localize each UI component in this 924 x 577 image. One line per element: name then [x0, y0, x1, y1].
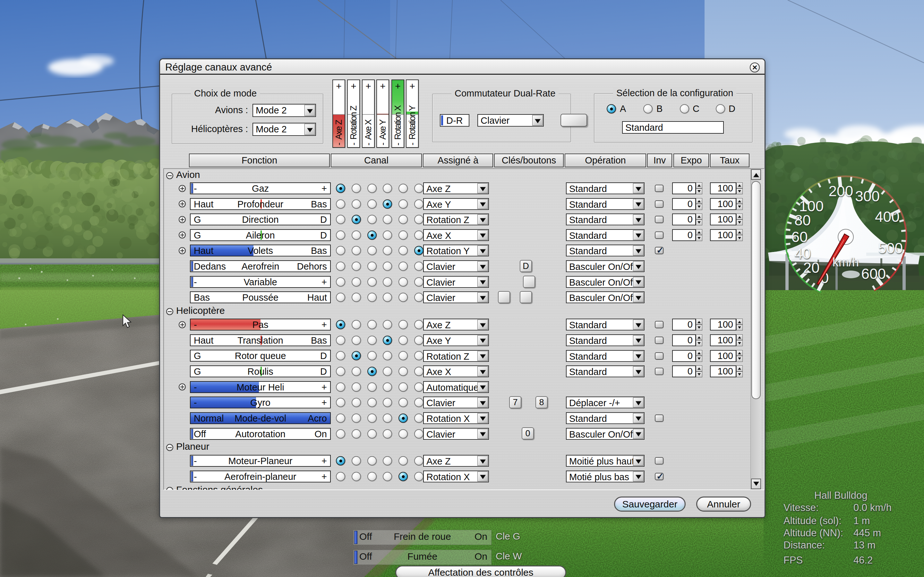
- svg-text:400: 400: [875, 208, 900, 225]
- svg-text:200: 200: [829, 183, 853, 199]
- svg-text:20: 20: [803, 259, 819, 276]
- svg-text:80: 80: [795, 212, 811, 229]
- svg-text:600: 600: [861, 266, 886, 282]
- svg-text:60: 60: [791, 229, 808, 245]
- svg-text:100: 100: [799, 198, 824, 214]
- svg-text:40: 40: [795, 245, 811, 262]
- svg-text:km/h: km/h: [833, 255, 859, 269]
- svg-text:500: 500: [878, 240, 903, 256]
- svg-text:300: 300: [855, 188, 880, 205]
